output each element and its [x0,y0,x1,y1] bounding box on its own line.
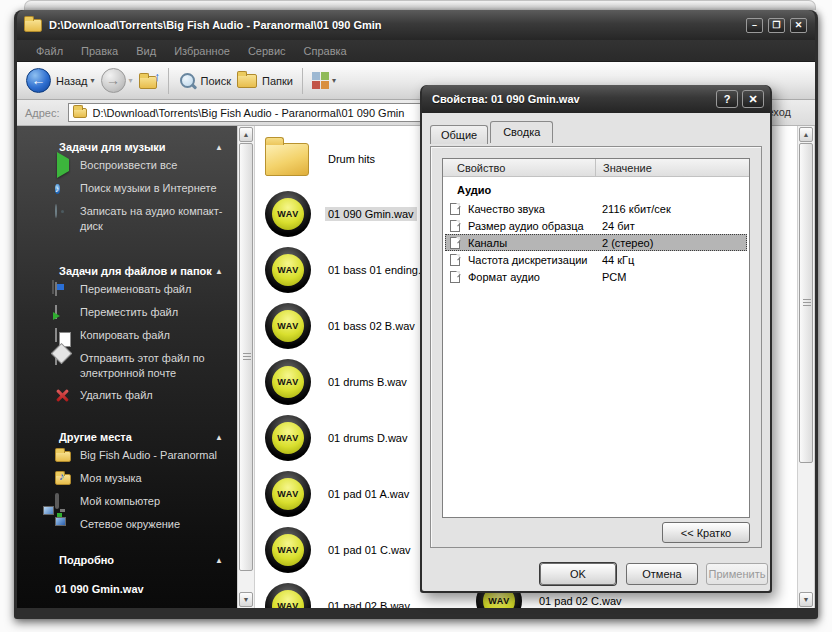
dialog-body: Общие Сводка Свойство Значение Аудио Кач… [422,113,770,591]
collapse-icon[interactable]: ▲ [215,143,223,152]
menu-bar: Файл Правка Вид Избранное Сервис Справка [17,40,815,62]
back-dropdown-icon[interactable]: ▾ [91,76,95,85]
tab-general[interactable]: Общие [430,125,488,144]
menu-file[interactable]: Файл [27,45,72,57]
summary-tab-page: Свойство Значение Аудио Качество звука 2… [430,146,762,548]
folder-icon [55,451,71,462]
wav-file-icon: WAV [265,359,311,405]
back-button[interactable]: ← Назад ▾ [26,68,95,93]
back-icon: ← [26,68,51,93]
wav-file-icon: WAV [265,471,311,517]
apply-button[interactable]: Применить [706,563,768,585]
menu-edit[interactable]: Правка [72,45,127,57]
close-button[interactable]: ✕ [790,18,807,33]
wav-file-icon: WAV [265,583,311,608]
play-icon [57,152,69,178]
views-dropdown-icon[interactable]: ▾ [332,76,336,85]
task-move-file[interactable]: Переместить файл [17,303,237,323]
task-delete-file[interactable]: Удалить файл [17,386,237,406]
tab-summary[interactable]: Сводка [490,121,553,143]
menu-tools[interactable]: Сервис [239,45,295,57]
task-email-file[interactable]: Отправить этот файл по электронной почте [17,349,237,383]
properties-list[interactable]: Свойство Значение Аудио Качество звука 2… [442,158,750,518]
rename-icon [55,282,57,296]
menu-view[interactable]: Вид [127,45,165,57]
copy-file-icon [55,328,57,342]
wav-file-icon: WAV [265,415,311,461]
filelist-scrollbar[interactable]: ▲ ▼ [797,126,815,608]
property-row[interactable]: Размер аудио образца 24 бит [445,217,747,234]
section-file-tasks[interactable]: Задачи для файлов и папок ▲ [17,262,237,280]
internet-music-icon: ♪ [55,184,60,194]
help-button[interactable]: ? [716,90,738,108]
property-row[interactable]: Частота дискретизации 44 кГц [445,251,747,268]
brief-button[interactable]: << Кратко [662,522,750,543]
my-computer-icon [55,493,59,509]
place-parent-folder[interactable]: Big Fish Audio - Paranormal [17,446,237,466]
forward-button[interactable]: → ▾ [101,68,133,93]
folders-button[interactable]: Папки [237,74,293,88]
place-my-music[interactable]: ♪ Моя музыка [17,469,237,489]
section-music-tasks[interactable]: Задачи для музыки ▲ [17,138,237,156]
email-icon [55,351,57,365]
wav-file-icon: WAV [265,303,311,349]
collapse-icon[interactable]: ▲ [215,433,223,442]
maximize-button[interactable]: ❐ [768,18,785,33]
cancel-button[interactable]: Отмена [626,563,698,585]
scroll-up-icon[interactable]: ▲ [239,127,253,142]
dialog-title-bar[interactable]: Свойства: 01 090 Gmin.wav ? ✕ [422,85,770,113]
property-doc-icon [450,220,460,232]
section-details[interactable]: Подробно ▲ [17,551,237,569]
views-button[interactable]: ▾ [312,72,336,89]
collapse-icon[interactable]: ▲ [215,556,223,565]
wav-file-icon: WAV [265,527,311,573]
forward-icon: → [101,68,126,93]
wav-file-icon: WAV [265,247,311,293]
property-doc-icon [450,271,460,283]
section-other-places[interactable]: Другие места ▲ [17,428,237,446]
property-doc-icon [450,237,460,249]
up-button[interactable]: ↑ [139,73,159,89]
toolbar-separator [168,68,169,94]
address-label: Адрес: [25,107,60,119]
toolbar-separator [302,68,303,94]
task-burn-cd[interactable]: Записать на аудио компакт-диск [17,202,237,236]
menu-favorites[interactable]: Избранное [165,45,239,57]
folder-icon [265,143,309,176]
property-row[interactable]: Формат аудио PCM [445,268,747,285]
details-file-name: 01 090 Gmin.wav [17,581,237,597]
scrollbar-thumb[interactable] [239,143,253,571]
forward-dropdown-icon: ▾ [129,76,133,85]
my-music-icon: ♪ [55,471,73,487]
scrollbar-thumb[interactable] [799,143,813,463]
property-row[interactable]: Качество звука 2116 кбит/сек [445,200,747,217]
dialog-tabs: Общие Сводка [430,120,555,142]
minimize-button[interactable]: – [746,18,763,33]
scroll-down-icon[interactable]: ▼ [239,592,253,607]
scroll-up-icon[interactable]: ▲ [799,127,813,142]
list-header: Свойство Значение [443,159,749,177]
column-value[interactable]: Значение [596,162,652,174]
column-property[interactable]: Свойство [443,159,596,176]
dialog-close-button[interactable]: ✕ [742,90,764,108]
title-bar[interactable]: D:\Download\Torrents\Big Fish Audio - Pa… [17,10,815,40]
address-folder-icon [73,108,87,118]
menu-help[interactable]: Справка [295,45,356,57]
scroll-down-icon[interactable]: ▼ [799,592,813,607]
selected-file-label[interactable]: 01 090 Gmin.wav [325,207,417,221]
task-copy-file[interactable]: Копировать файл [17,326,237,346]
background-window-strip [24,0,816,10]
place-network[interactable]: Сетевое окружение [17,515,237,535]
ok-button[interactable]: OK [540,563,616,585]
move-file-icon [55,305,57,319]
task-play-all[interactable]: Воспроизвести все [17,156,237,176]
property-row-selected[interactable]: Каналы 2 (стерео) [445,234,747,251]
task-rename-file[interactable]: Переименовать файл [17,280,237,300]
taskpane-scrollbar[interactable]: ▲ ▼ [237,126,255,608]
search-button[interactable]: Поиск [178,72,231,90]
search-icon [178,72,196,90]
task-search-music[interactable]: ♪ Поиск музыки в Интернете [17,179,237,199]
views-icon [312,72,329,89]
task-pane: Задачи для музыки ▲ Воспроизвести все ♪ … [17,126,237,608]
collapse-icon[interactable]: ▲ [215,267,223,276]
